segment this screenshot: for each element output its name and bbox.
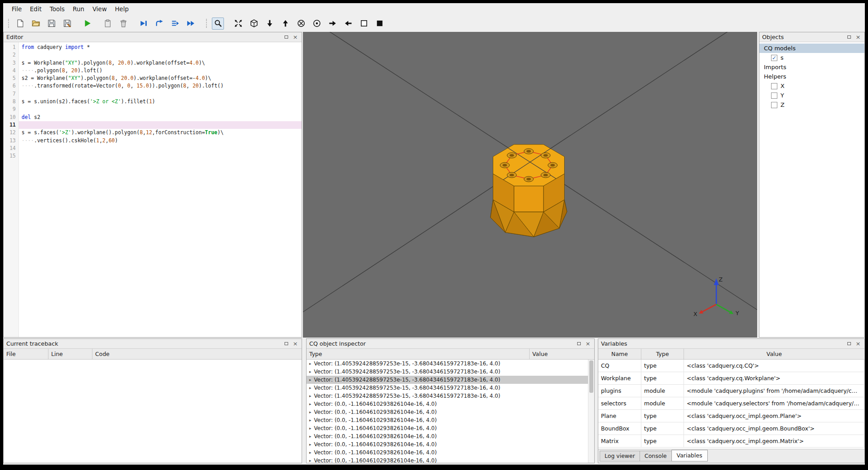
expand-icon[interactable]: ▸ xyxy=(309,378,311,382)
traceback-close-button[interactable]: × xyxy=(292,340,299,347)
tree-item-y[interactable]: Y xyxy=(759,91,864,100)
toolbar-separator[interactable] xyxy=(8,19,9,28)
viewport-3d[interactable]: X Y Z xyxy=(303,32,757,338)
right-view-icon[interactable] xyxy=(342,18,354,30)
variable-row-cq[interactable]: CQtype<class 'cadquery.cq.CQ'> xyxy=(598,360,864,372)
expand-icon[interactable]: ▸ xyxy=(309,450,311,455)
code-editor[interactable]: 123456789101112131415 from cadquery impo… xyxy=(4,42,302,337)
variable-row-selectors[interactable]: selectorsmodule<module 'cadquery.selecto… xyxy=(598,397,864,410)
menu-edit[interactable]: Edit xyxy=(26,4,46,14)
left-view-icon[interactable] xyxy=(326,18,338,30)
column-header-name[interactable]: Name xyxy=(598,349,641,359)
checkbox-unchecked[interactable] xyxy=(771,83,777,89)
column-header-type[interactable]: Type xyxy=(641,349,684,359)
checkbox-checked[interactable]: ✓ xyxy=(771,55,777,61)
tree-group-cq-models[interactable]: CQ models xyxy=(759,44,864,53)
front-view-icon[interactable] xyxy=(295,18,307,30)
back-view-icon[interactable] xyxy=(311,18,323,30)
variable-row-plane[interactable]: Planetype<class 'cadquery.occ_impl.geom.… xyxy=(598,410,864,422)
debug-icon[interactable] xyxy=(137,18,149,30)
tree-group-helpers[interactable]: Helpers xyxy=(759,72,864,81)
menu-tools[interactable]: Tools xyxy=(46,4,69,14)
tree-item-x[interactable]: X xyxy=(759,81,864,91)
inspector-row[interactable]: ▸Vector: (0.0, -1.1604610293826104e-16, … xyxy=(307,416,588,424)
inspector-row[interactable]: ▸Vector: (1.4053924288597253e-15, -3.680… xyxy=(307,376,588,384)
wireframe-icon[interactable] xyxy=(358,18,370,30)
inspector-scrollbar[interactable] xyxy=(588,360,594,463)
inspector-row[interactable]: ▸Vector: (0.0, -1.1604610293826104e-16, … xyxy=(307,424,588,432)
variable-row-matrix[interactable]: Matrixtype<class 'cadquery.occ_impl.geom… xyxy=(598,435,864,448)
bottom-view-icon[interactable] xyxy=(279,18,291,30)
expand-icon[interactable]: ▸ xyxy=(309,442,311,447)
objects-close-button[interactable]: × xyxy=(855,34,862,40)
inspector-float-button[interactable] xyxy=(575,340,583,347)
code-lines[interactable]: from cadquery import *s = Workplane("XY"… xyxy=(19,42,302,337)
editor-close-button[interactable]: × xyxy=(292,34,299,40)
expand-icon[interactable]: ▸ xyxy=(309,402,311,406)
inspector-close-button[interactable]: × xyxy=(584,340,592,347)
tab-variables[interactable]: Variables xyxy=(671,450,708,461)
expand-icon[interactable]: ▸ xyxy=(309,361,311,366)
column-header-value[interactable]: Value xyxy=(530,349,594,359)
shaded-icon[interactable] xyxy=(373,18,386,30)
save-as-icon[interactable] xyxy=(61,18,73,30)
column-header-line[interactable]: Line xyxy=(48,349,92,359)
clipboard-icon[interactable] xyxy=(101,18,114,30)
tab-console[interactable]: Console xyxy=(640,451,672,461)
toolbar-separator[interactable] xyxy=(206,19,207,28)
column-header-type[interactable]: Type xyxy=(307,349,530,359)
variable-row-plugins[interactable]: pluginsmodule<module 'cadquery.plugins' … xyxy=(598,385,864,397)
inspector-row[interactable]: ▸Vector: (0.0, -1.1604610293826104e-16, … xyxy=(307,457,588,463)
expand-icon[interactable]: ▸ xyxy=(309,458,311,463)
step-into-icon[interactable] xyxy=(169,18,181,30)
inspector-row[interactable]: ▸Vector: (1.4053924288597253e-15, -3.680… xyxy=(307,368,588,376)
checkbox-unchecked[interactable] xyxy=(771,92,777,99)
expand-icon[interactable]: ▸ xyxy=(309,426,311,430)
expand-icon[interactable]: ▸ xyxy=(309,369,311,374)
delete-icon[interactable] xyxy=(117,18,129,30)
fit-view-icon[interactable] xyxy=(232,18,244,30)
expand-icon[interactable]: ▸ xyxy=(309,434,311,439)
zoom-icon[interactable] xyxy=(212,18,224,30)
checkbox-unchecked[interactable] xyxy=(771,102,777,108)
inspector-row[interactable]: ▸Vector: (1.4053924288597253e-15, -3.680… xyxy=(307,384,588,392)
new-file-icon[interactable] xyxy=(14,18,26,30)
tree-group-imports[interactable]: Imports xyxy=(759,62,864,72)
open-file-icon[interactable] xyxy=(30,18,42,30)
inspector-row[interactable]: ▸Vector: (0.0, -1.1604610293826104e-16, … xyxy=(307,448,588,457)
column-header-value[interactable]: Value xyxy=(684,349,864,359)
editor-float-button[interactable] xyxy=(283,34,290,40)
inspector-row[interactable]: ▸Vector: (0.0, -1.1604610293826104e-16, … xyxy=(307,432,588,440)
tree-item-s[interactable]: ✓s xyxy=(759,53,864,62)
column-header-file[interactable]: File xyxy=(4,349,48,359)
step-icon[interactable] xyxy=(153,18,165,30)
objects-float-button[interactable] xyxy=(846,34,853,40)
inspector-row[interactable]: ▸Vector: (0.0, -1.1604610293826104e-16, … xyxy=(307,400,588,408)
menu-file[interactable]: File xyxy=(8,4,26,14)
expand-icon[interactable]: ▸ xyxy=(309,410,311,414)
variables-close-button[interactable]: × xyxy=(855,340,862,347)
tab-log-viewer[interactable]: Log viewer xyxy=(600,451,640,461)
variable-row-workplane[interactable]: Workplanetype<class 'cadquery.cq.Workpla… xyxy=(598,372,864,385)
top-view-icon[interactable] xyxy=(263,18,276,30)
expand-icon[interactable]: ▸ xyxy=(309,418,311,422)
inspector-row[interactable]: ▸Vector: (1.4053924288597253e-15, -3.680… xyxy=(307,360,588,368)
expand-icon[interactable]: ▸ xyxy=(309,394,311,398)
inspector-row[interactable]: ▸Vector: (0.0, -1.1604610293826104e-16, … xyxy=(307,408,588,416)
variables-float-button[interactable] xyxy=(846,340,853,347)
save-icon[interactable] xyxy=(45,18,57,30)
inspector-row[interactable]: ▸Vector: (1.4053924288597253e-15, -3.680… xyxy=(307,392,588,400)
inspector-row[interactable]: ▸Vector: (0.0, -1.1604610293826104e-16, … xyxy=(307,440,588,448)
iso-view-icon[interactable] xyxy=(248,18,260,30)
column-header-code[interactable]: Code xyxy=(92,349,302,359)
menu-help[interactable]: Help xyxy=(111,4,133,14)
menu-run[interactable]: Run xyxy=(69,4,88,14)
menu-view[interactable]: View xyxy=(88,4,111,14)
scrollbar-thumb[interactable] xyxy=(589,360,593,393)
render-icon[interactable] xyxy=(81,18,93,30)
continue-icon[interactable] xyxy=(184,18,197,30)
tree-item-z[interactable]: Z xyxy=(759,100,864,110)
variable-row-boundbox[interactable]: BoundBoxtype<class 'cadquery.occ_impl.ge… xyxy=(598,422,864,435)
expand-icon[interactable]: ▸ xyxy=(309,386,311,390)
traceback-float-button[interactable] xyxy=(283,340,290,347)
